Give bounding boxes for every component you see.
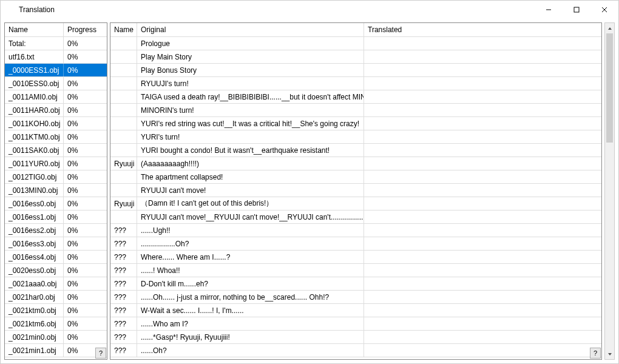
translated-text-cell[interactable] — [364, 251, 601, 263]
translation-row[interactable]: YURI's turn! — [110, 130, 601, 144]
titlebar[interactable]: Translation — [1, 1, 618, 19]
translation-row[interactable]: Ryuuji（Damn it! I can't get out of this … — [110, 197, 601, 211]
translation-row[interactable]: ???......Who am I? — [110, 317, 601, 331]
file-list-header-name[interactable]: Name — [5, 23, 64, 36]
scrollbar-thumb[interactable] — [606, 33, 613, 143]
file-list-row[interactable]: _0016ess1.obj0% — [5, 211, 107, 224]
translation-row[interactable]: ???.................Oh? — [110, 237, 601, 251]
file-list-row[interactable]: _0021min0.obj0% — [5, 331, 107, 344]
translation-row[interactable]: YURI's red string was cut!__It was a cri… — [110, 117, 601, 130]
translation-row[interactable]: ???......! Whoa!! — [110, 264, 601, 277]
translation-row[interactable]: Ryuuji(Aaaaaaaaagh!!!!) — [110, 157, 601, 170]
translation-header-original[interactable]: Original — [137, 23, 364, 36]
file-list-row[interactable]: _0016ess2.obj0% — [5, 224, 107, 237]
translated-text-cell[interactable] — [364, 197, 601, 210]
speaker-name-cell: Ryuuji — [110, 197, 137, 210]
translated-text-cell[interactable] — [364, 130, 601, 143]
file-list-row[interactable]: _0021ktm0.obj0% — [5, 304, 107, 317]
translated-text-cell[interactable] — [364, 37, 601, 50]
file-list-row[interactable]: _0021har0.obj0% — [5, 291, 107, 304]
original-text-cell: ......Who am I? — [137, 317, 364, 330]
file-progress-cell: 0% — [64, 277, 107, 290]
file-list-row[interactable]: _0011KTM0.obj0% — [5, 130, 107, 144]
translation-row[interactable]: ???D-Don't kill m......eh? — [110, 277, 601, 291]
translated-text-cell[interactable] — [364, 144, 601, 157]
translated-text-cell[interactable] — [364, 304, 601, 317]
maximize-button[interactable] — [563, 1, 590, 19]
translation-row[interactable]: ???......Oh...... j-just a mirror, nothi… — [110, 291, 601, 304]
file-list-row[interactable]: _0021min1.obj0% — [5, 344, 107, 357]
translation-row[interactable]: ???Where...... Where am I......? — [110, 251, 601, 264]
translated-text-cell[interactable] — [364, 157, 601, 170]
file-list-row[interactable]: _0021ktm6.obj0% — [5, 317, 107, 331]
translation-row[interactable]: Prologue — [110, 37, 601, 50]
file-list-rows[interactable]: Total:0%utf16.txt0%_0000ESS1.obj0%_0010E… — [5, 37, 107, 359]
file-name-cell: _0016ess0.obj — [5, 197, 64, 210]
file-list-row[interactable]: _0011HAR0.obj0% — [5, 104, 107, 117]
translated-text-cell[interactable] — [364, 291, 601, 303]
translated-text-cell[interactable] — [364, 117, 601, 130]
file-name-cell: _0016ess1.obj — [5, 211, 64, 223]
translation-row[interactable]: ???......Oh? — [110, 344, 601, 357]
translation-row[interactable]: RYUUJI's turn! — [110, 77, 601, 90]
file-list-row[interactable]: _0012TIG0.obj0% — [5, 170, 107, 184]
file-list-row[interactable]: _0010ESS0.obj0% — [5, 77, 107, 90]
file-list-row[interactable]: _0021aaa0.obj0% — [5, 277, 107, 291]
file-list-row[interactable]: _0011AMI0.obj0% — [5, 90, 107, 104]
translated-text-cell[interactable] — [364, 237, 601, 250]
translation-header-name[interactable]: Name — [110, 23, 137, 36]
outer-scrollbar[interactable] — [604, 22, 615, 360]
file-list-row[interactable]: _0020ess0.obj0% — [5, 264, 107, 277]
translated-text-cell[interactable] — [364, 184, 601, 197]
minimize-button[interactable] — [535, 1, 563, 19]
translation-rows[interactable]: ProloguePlay Main StoryPlay Bonus StoryR… — [110, 37, 601, 359]
translation-header-translated[interactable]: Translated — [364, 23, 601, 36]
translation-row[interactable]: YURI bought a condo! But it wasn't__eart… — [110, 144, 601, 157]
scrollbar-track[interactable] — [605, 33, 614, 349]
translation-row[interactable]: The apartment collapsed! — [110, 170, 601, 184]
translation-row[interactable]: ???......Ugh!! — [110, 224, 601, 237]
translation-row[interactable]: TAIGA used a death ray!__BIBIBIBIBIBI...… — [110, 90, 601, 104]
translation-row[interactable]: ???......*Gasp*! Ryuuji, Ryuujiii! — [110, 331, 601, 344]
translated-text-cell[interactable] — [364, 277, 601, 290]
translated-text-cell[interactable] — [364, 64, 601, 76]
translation-row[interactable]: Play Bonus Story — [110, 64, 601, 77]
scroll-down-arrow-icon[interactable] — [605, 349, 614, 359]
file-list-row[interactable]: _0016ess3.obj0% — [5, 237, 107, 251]
translated-text-cell[interactable] — [364, 224, 601, 237]
file-list-row[interactable]: _0016ess0.obj0% — [5, 197, 107, 211]
scroll-up-arrow-icon[interactable] — [605, 23, 614, 33]
translated-text-cell[interactable] — [364, 104, 601, 116]
translation-row[interactable]: RYUUJI can't move! — [110, 184, 601, 197]
translated-text-cell[interactable] — [364, 264, 601, 277]
translated-text-cell[interactable] — [364, 77, 601, 90]
file-name-cell: _0011KOH0.obj — [5, 117, 64, 130]
translated-text-cell[interactable] — [364, 331, 601, 343]
help-button-right[interactable]: ? — [590, 348, 601, 359]
file-list-row[interactable]: utf16.txt0% — [5, 50, 107, 64]
translation-row[interactable]: MINORIN's turn! — [110, 104, 601, 117]
file-progress-cell: 0% — [64, 264, 107, 277]
file-list-row[interactable]: Total:0% — [5, 37, 107, 50]
file-list-row[interactable]: _0011KOH0.obj0% — [5, 117, 107, 130]
file-name-cell: _0013MIN0.obj — [5, 184, 64, 197]
translated-text-cell[interactable] — [364, 170, 601, 183]
file-list-row[interactable]: _0013MIN0.obj0% — [5, 184, 107, 197]
translated-text-cell[interactable] — [364, 50, 601, 63]
translated-text-cell[interactable] — [364, 344, 601, 357]
file-list-row[interactable]: _0000ESS1.obj0% — [5, 64, 107, 77]
translation-row[interactable]: RYUUJI can't move!__RYUUJI can't move!__… — [110, 211, 601, 224]
original-text-cell: （Damn it! I can't get out of this debris… — [137, 197, 364, 210]
file-list-row[interactable]: _0016ess4.obj0% — [5, 251, 107, 264]
file-list-row[interactable]: _0011YUR0.obj0% — [5, 157, 107, 170]
translation-row[interactable]: Play Main Story — [110, 50, 601, 64]
file-list-row[interactable]: _0011SAK0.obj0% — [5, 144, 107, 157]
close-button[interactable] — [590, 1, 618, 19]
file-name-cell: _0011KTM0.obj — [5, 130, 64, 143]
translation-row[interactable]: ???W-Wait a sec...... I......! I, I'm...… — [110, 304, 601, 317]
help-button-left[interactable]: ? — [95, 348, 106, 359]
translated-text-cell[interactable] — [364, 90, 601, 103]
file-list-header-progress[interactable]: Progress — [64, 23, 107, 36]
translated-text-cell[interactable] — [364, 317, 601, 330]
translated-text-cell[interactable] — [364, 211, 601, 223]
